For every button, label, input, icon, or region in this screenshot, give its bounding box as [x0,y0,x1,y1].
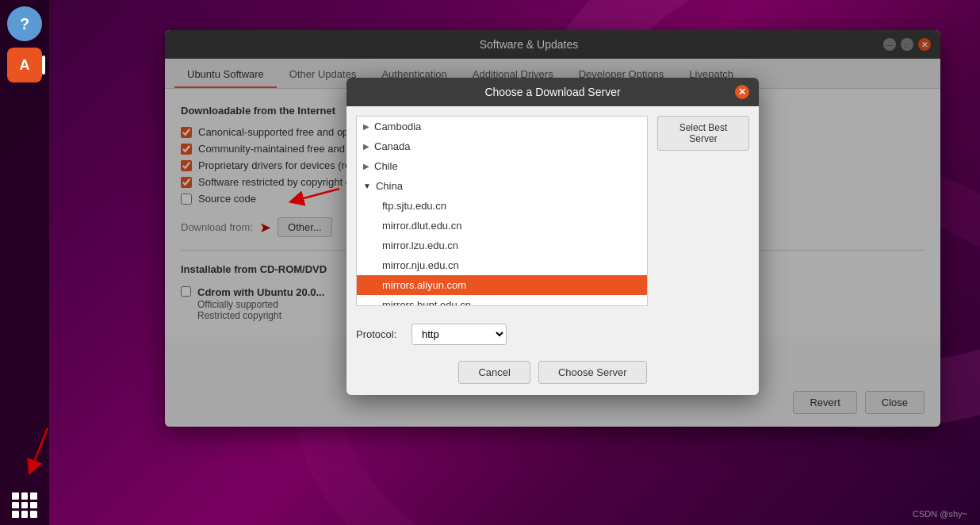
dialog-close-button[interactable]: ✕ [735,85,749,99]
china-arrow-icon: ▼ [363,182,371,190]
list-item-mirror-nju[interactable]: mirror.nju.edu.cn [357,255,647,275]
dialog-right-panel: Select Best Server [648,106,759,316]
list-item-chile[interactable]: ▶ Chile [357,156,647,176]
main-window: Software & Updates — □ ✕ Ubuntu Software… [165,30,940,427]
choose-server-dialog: Choose a Download Server ✕ ▶ Cambodia ▶ … [346,78,759,395]
cambodia-arrow-icon: ▶ [363,122,369,131]
protocol-select[interactable]: http ftp [412,324,507,345]
list-item-mirrors-bupt[interactable]: mirrors.bupt.edu.cn [357,295,647,306]
dialog-buttons: Cancel Choose Server [346,353,759,395]
list-item-canada[interactable]: ▶ Canada [357,136,647,156]
protocol-row: Protocol: http ftp [346,316,759,353]
cancel-button[interactable]: Cancel [458,361,530,384]
apps-grid-icon [12,492,37,518]
list-item-cambodia[interactable]: ▶ Cambodia [357,117,647,136]
list-item-mirror-lzu[interactable]: mirror.lzu.edu.cn [357,236,647,255]
mirror-nju-label: mirror.nju.edu.cn [382,259,459,271]
ftp-sjtu-label: ftp.sjtu.edu.cn [382,200,446,212]
server-list-container[interactable]: ▶ Cambodia ▶ Canada ▶ Chile ▼ [356,116,648,306]
mirrors-bupt-label: mirrors.bupt.edu.cn [382,299,471,306]
dialog-overlay: Choose a Download Server ✕ ▶ Cambodia ▶ … [165,30,940,427]
list-item-china[interactable]: ▼ China [357,176,647,196]
help-icon[interactable]: ? [7,6,42,41]
choose-server-button[interactable]: Choose Server [538,361,647,384]
watermark: CSDN @shy~ [913,509,967,519]
mirror-dlut-label: mirror.dlut.edu.cn [382,220,461,232]
taskbar: ? A [0,0,49,525]
software-updater-icon[interactable]: A [7,48,42,82]
svg-line-5 [304,189,339,198]
canada-arrow-icon: ▶ [363,142,369,151]
cambodia-label: Cambodia [374,121,421,132]
dialog-title: Choose a Download Server [370,86,735,98]
select-best-server-button[interactable]: Select Best Server [657,116,749,151]
list-item-ftp-sjtu[interactable]: ftp.sjtu.edu.cn [357,196,647,216]
dialog-titlebar: Choose a Download Server ✕ [346,78,759,106]
mirrors-aliyun-label: mirrors.aliyun.com [382,279,466,291]
chile-arrow-icon: ▶ [363,162,369,171]
protocol-label: Protocol: [356,328,404,340]
apps-grid-button[interactable] [0,485,49,525]
list-item-mirrors-aliyun[interactable]: mirrors.aliyun.com [357,275,647,295]
canada-label: Canada [374,140,411,152]
mirror-lzu-label: mirror.lzu.edu.cn [382,240,458,251]
dialog-body: ▶ Cambodia ▶ Canada ▶ Chile ▼ [346,106,759,316]
server-list: ▶ Cambodia ▶ Canada ▶ Chile ▼ [357,117,647,306]
china-label: China [376,180,403,192]
list-item-mirror-dlut[interactable]: mirror.dlut.edu.cn [357,216,647,236]
chile-label: Chile [374,160,398,172]
